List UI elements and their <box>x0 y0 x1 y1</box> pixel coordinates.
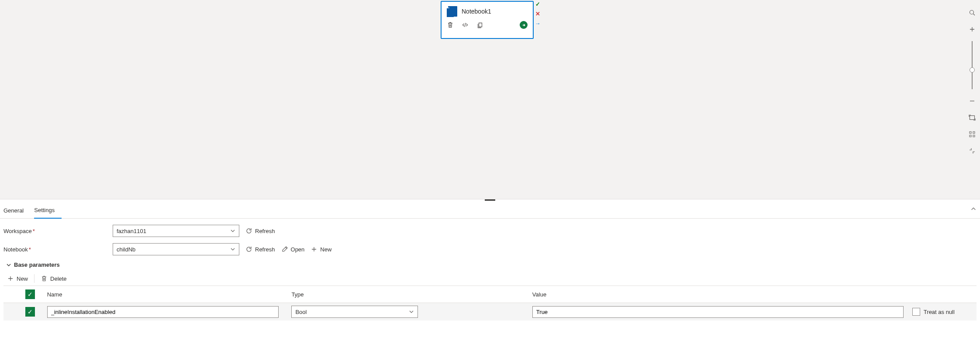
pipeline-canvas[interactable]: Notebook1 ✓ ✕ → <box>0 0 980 200</box>
new-param-button[interactable]: New <box>7 275 28 282</box>
col-name-header: Name <box>43 286 287 303</box>
delete-icon[interactable] <box>447 21 454 28</box>
new-notebook-button[interactable]: New <box>311 246 331 253</box>
zoom-in-icon[interactable] <box>964 22 980 37</box>
notebook-activity-node[interactable]: Notebook1 <box>441 1 534 39</box>
canvas-tools <box>964 5 980 158</box>
notebook-dropdown[interactable]: childNb <box>113 243 239 255</box>
splitter-grip[interactable] <box>485 199 495 201</box>
svg-rect-4 <box>970 135 971 137</box>
treat-as-null-label: Treat as null <box>924 309 955 315</box>
tab-settings[interactable]: Settings <box>34 202 62 219</box>
notebook-icon <box>447 6 457 17</box>
delete-param-button[interactable]: Delete <box>41 275 67 282</box>
refresh-notebook-button[interactable]: Refresh <box>245 246 275 253</box>
completion-handle-icon[interactable]: → <box>535 20 541 26</box>
panel-splitter[interactable] <box>0 199 980 202</box>
treat-as-null-checkbox[interactable] <box>912 308 920 316</box>
fit-to-screen-icon[interactable] <box>964 110 980 125</box>
run-arrow-icon[interactable] <box>520 21 528 29</box>
zoom-slider[interactable] <box>972 41 973 89</box>
svg-rect-1 <box>970 116 975 120</box>
copy-icon[interactable] <box>476 21 483 28</box>
svg-rect-2 <box>970 132 971 133</box>
notebook-label: Notebook* <box>3 246 107 253</box>
node-status-handles: ✓ ✕ → <box>535 0 542 26</box>
param-name-input[interactable] <box>47 306 279 318</box>
parameters-table: ✓ Name Type Value ✓ Bool <box>3 286 977 321</box>
code-icon[interactable] <box>462 21 469 28</box>
param-type-dropdown[interactable]: Bool <box>291 306 418 318</box>
table-row: ✓ Bool Treat as null <box>3 303 977 321</box>
search-icon[interactable] <box>964 5 980 20</box>
open-notebook-button[interactable]: Open <box>281 246 305 253</box>
svg-rect-3 <box>973 132 975 133</box>
svg-point-0 <box>970 10 974 14</box>
refresh-workspace-button[interactable]: Refresh <box>245 227 275 234</box>
row-checkbox[interactable]: ✓ <box>25 307 35 317</box>
base-parameters-section[interactable]: Base parameters <box>6 261 977 268</box>
workspace-dropdown[interactable]: fazhan1101 <box>113 225 239 237</box>
col-type-header: Type <box>287 286 528 303</box>
select-all-checkbox[interactable]: ✓ <box>25 289 35 299</box>
param-value-input[interactable] <box>532 306 904 318</box>
workspace-label: Workspace* <box>3 228 107 234</box>
svg-rect-5 <box>973 135 975 137</box>
success-handle-icon[interactable]: ✓ <box>535 1 541 7</box>
collapse-panel-icon[interactable] <box>970 206 977 213</box>
node-title: Notebook1 <box>462 8 491 15</box>
fullscreen-collapse-icon[interactable] <box>964 143 980 158</box>
col-value-header: Value <box>528 286 908 303</box>
zoom-thumb[interactable] <box>970 67 975 73</box>
auto-align-icon[interactable] <box>964 127 980 142</box>
properties-panel: General Settings Workspace* fazhan1101 R… <box>0 202 980 352</box>
tab-general[interactable]: General <box>3 203 31 218</box>
zoom-out-icon[interactable] <box>964 94 980 108</box>
failure-handle-icon[interactable]: ✕ <box>535 10 541 17</box>
